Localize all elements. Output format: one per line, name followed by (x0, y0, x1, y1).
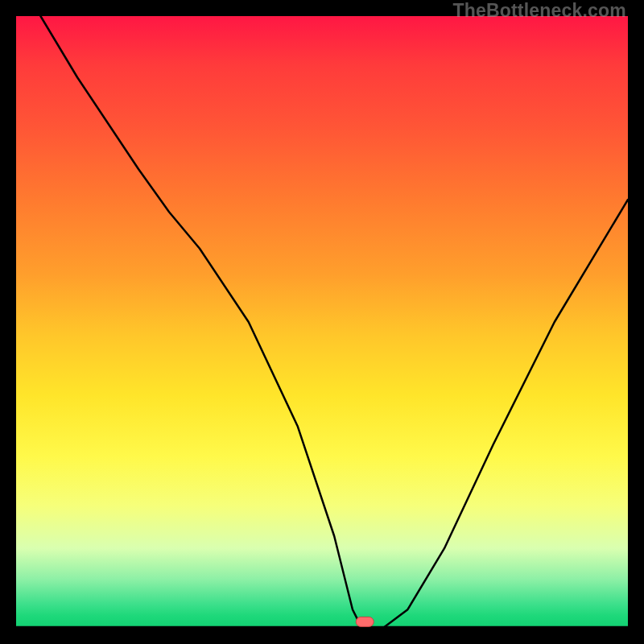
curve-path (40, 16, 628, 628)
marker-pill (356, 617, 374, 626)
bottleneck-curve (16, 16, 628, 628)
chart-frame: TheBottleneck.com (0, 0, 644, 644)
watermark-text: TheBottleneck.com (452, 0, 626, 22)
